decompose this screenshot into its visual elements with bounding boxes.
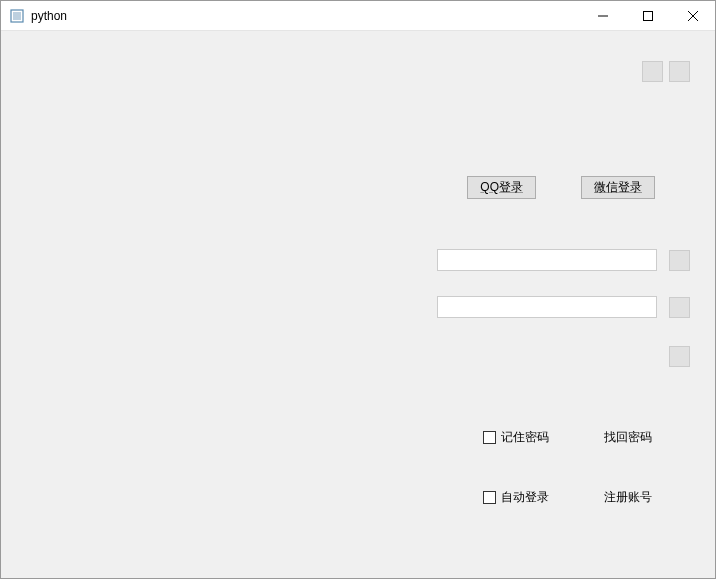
input-2-icon-box[interactable] (669, 297, 690, 318)
password-input[interactable] (437, 296, 657, 318)
top-box-2[interactable] (669, 61, 690, 82)
close-button[interactable] (670, 1, 715, 30)
option-row-1: 记住密码 找回密码 (483, 429, 652, 446)
register-link[interactable]: 注册账号 (604, 489, 652, 506)
minimize-button[interactable] (580, 1, 625, 30)
titlebar: python (1, 1, 715, 31)
input-row-1 (437, 249, 690, 271)
app-icon (9, 8, 25, 24)
content-area: QQ登录 微信登录 记住密码 找回密码 自动登录 注册账号 (1, 31, 715, 578)
find-password-link[interactable]: 找回密码 (604, 429, 652, 446)
auto-login-label: 自动登录 (501, 489, 549, 506)
wechat-login-button[interactable]: 微信登录 (581, 176, 655, 199)
top-icon-boxes (642, 61, 690, 82)
checkbox-icon (483, 491, 496, 504)
lone-icon-box[interactable] (669, 346, 690, 367)
window-controls (580, 1, 715, 30)
remember-password-checkbox[interactable]: 记住密码 (483, 429, 549, 446)
input-row-2 (437, 296, 690, 318)
input-1-icon-box[interactable] (669, 250, 690, 271)
maximize-button[interactable] (625, 1, 670, 30)
svg-rect-1 (13, 12, 21, 20)
remember-password-label: 记住密码 (501, 429, 549, 446)
username-input[interactable] (437, 249, 657, 271)
window-title: python (31, 9, 580, 23)
checkbox-icon (483, 431, 496, 444)
auto-login-checkbox[interactable]: 自动登录 (483, 489, 549, 506)
login-method-buttons: QQ登录 微信登录 (467, 176, 655, 199)
top-box-1[interactable] (642, 61, 663, 82)
option-row-2: 自动登录 注册账号 (483, 489, 652, 506)
qq-login-button[interactable]: QQ登录 (467, 176, 536, 199)
svg-rect-3 (643, 11, 652, 20)
